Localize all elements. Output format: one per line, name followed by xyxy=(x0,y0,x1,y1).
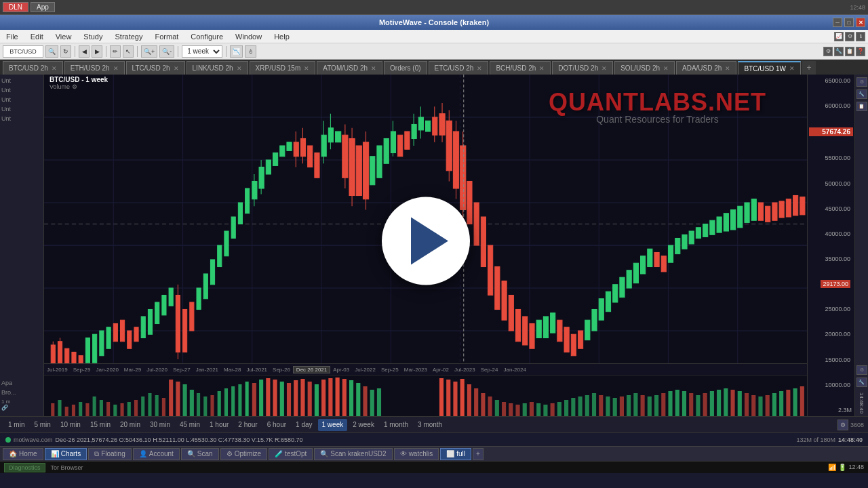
nav-scan[interactable]: 🔍 Scan xyxy=(181,448,219,460)
tf-1month[interactable]: 1 month xyxy=(380,419,412,431)
tab-close-xrpusd[interactable]: ✕ xyxy=(304,65,309,72)
tf-1week[interactable]: 1 week xyxy=(318,419,348,431)
nav-watchlis[interactable]: 👁 watchlis xyxy=(394,448,439,460)
minimize-btn[interactable]: ─ xyxy=(833,18,842,27)
tab-ltcusd-2h[interactable]: LTC/USD 2h ✕ xyxy=(126,61,185,75)
svg-rect-125 xyxy=(648,249,652,266)
toolbar-symbol[interactable]: BTC/USD xyxy=(3,45,43,58)
diagnostics-btn[interactable]: Diagnostics xyxy=(4,463,45,472)
tab-close-btcusd-2h[interactable]: ✕ xyxy=(52,65,57,72)
nav-full[interactable]: ⬜ full xyxy=(440,448,471,460)
tf-5min[interactable]: 5 min xyxy=(30,419,54,431)
menu-edit[interactable]: Edit xyxy=(27,32,47,41)
icon-settings[interactable]: ⚙ xyxy=(845,32,854,41)
timeframe-dropdown[interactable]: 1 week 1 day 4 hour 1 hour xyxy=(182,45,222,58)
nav-charts[interactable]: 📊 Charts xyxy=(45,448,87,460)
tab-btcusd-2h[interactable]: BTC/USD 2h ✕ xyxy=(3,61,63,75)
toolbar-line[interactable]: 📉 xyxy=(230,45,243,58)
nav-home[interactable]: 🏠 Home xyxy=(3,448,43,460)
tab-dotusd-2h[interactable]: DOT/USD 2h ✕ xyxy=(552,61,613,75)
tab-adausd-2h[interactable]: ADA/USD 2h ✕ xyxy=(676,61,736,75)
tf-settings-icon[interactable]: ⚙ xyxy=(837,420,848,430)
tab-close-adausd[interactable]: ✕ xyxy=(725,65,730,72)
tf-15min[interactable]: 15 min xyxy=(86,419,115,431)
tab-atomusd-2h[interactable]: ATOM/USD 2h ✕ xyxy=(317,61,382,75)
tab-add-btn[interactable]: + xyxy=(802,61,816,75)
app-btn-1[interactable]: DLN xyxy=(3,2,28,12)
right-btn-5[interactable]: 🔧 xyxy=(856,378,867,387)
svg-rect-182 xyxy=(287,383,291,416)
toolbar-draw[interactable]: ✏ xyxy=(110,45,121,58)
right-btn-2[interactable]: 🔧 xyxy=(856,89,867,99)
tab-orders[interactable]: Orders (0) xyxy=(384,61,427,75)
tf-2week[interactable]: 2 week xyxy=(349,419,378,431)
toolbar-right-2[interactable]: 🔧 xyxy=(834,47,844,56)
volume-count-label: 2.3M xyxy=(809,407,853,413)
icon-chart[interactable]: 📈 xyxy=(834,32,844,41)
tf-45min[interactable]: 45 min xyxy=(176,419,204,431)
toolbar-search[interactable]: 🔍 xyxy=(45,45,58,58)
toolbar-right-1[interactable]: ⚙ xyxy=(823,47,833,56)
toolbar-zoom-in[interactable]: 🔍+ xyxy=(141,45,157,58)
tab-solusd-2h[interactable]: SOL/USD 2h ✕ xyxy=(614,61,675,75)
tab-close-bchusd[interactable]: ✕ xyxy=(539,65,545,72)
menu-window[interactable]: Window xyxy=(232,32,265,41)
tf-10min[interactable]: 10 min xyxy=(56,419,85,431)
tf-6hour[interactable]: 6 hour xyxy=(263,419,290,431)
play-button[interactable] xyxy=(382,197,470,285)
tf-20min[interactable]: 20 min xyxy=(116,419,144,431)
tab-close-dotusd[interactable]: ✕ xyxy=(601,65,607,72)
price-60000: 60000.00 xyxy=(809,102,853,109)
tf-2hour[interactable]: 2 hour xyxy=(234,419,261,431)
menu-format[interactable]: Format xyxy=(151,32,182,41)
nav-optimize[interactable]: ⚙ Optimize xyxy=(220,448,267,460)
tab-xrpusd-15m[interactable]: XRP/USD 15m ✕ xyxy=(250,61,316,75)
tf-30min[interactable]: 30 min xyxy=(146,419,174,431)
main-chart[interactable]: BTC/USD - 1 week Volume ⚙ QUANTLABS.NET … xyxy=(44,75,807,416)
toolbar-candle[interactable]: 🕯 xyxy=(245,45,256,58)
tab-close-ltcusd[interactable]: ✕ xyxy=(174,65,179,72)
menu-study[interactable]: Study xyxy=(80,32,106,41)
tab-linkusd-2h[interactable]: LINK/USD 2h ✕ xyxy=(186,61,248,75)
menu-file[interactable]: File xyxy=(3,32,22,41)
svg-rect-214 xyxy=(564,400,568,416)
app-btn-2[interactable]: App xyxy=(31,2,55,12)
right-btn-1[interactable]: ⚙ xyxy=(856,77,867,87)
nav-account[interactable]: 👤 Account xyxy=(133,448,180,460)
restore-btn[interactable]: □ xyxy=(844,18,854,27)
toolbar-fwd[interactable]: ▶ xyxy=(92,45,102,58)
tab-bchusd-2h[interactable]: BCH/USD 2h ✕ xyxy=(490,61,551,75)
price-15000: 15000.00 xyxy=(809,357,853,363)
tf-1hour[interactable]: 1 hour xyxy=(205,419,233,431)
tab-ethusd-2h[interactable]: ETH/USD 2h ✕ xyxy=(64,61,125,75)
tab-etcusd-2h[interactable]: ETC/USD 2h ✕ xyxy=(429,61,489,75)
menu-strategy[interactable]: Strategy xyxy=(112,32,146,41)
tab-close-ethusd[interactable]: ✕ xyxy=(113,65,119,72)
right-btn-4[interactable]: ⚙ xyxy=(856,365,867,375)
right-btn-3[interactable]: 📋 xyxy=(856,102,867,111)
toolbar-right-4[interactable]: ❓ xyxy=(856,47,865,56)
tf-1day[interactable]: 1 day xyxy=(292,419,316,431)
menu-view[interactable]: View xyxy=(52,32,75,41)
tab-close-btcusd-1w[interactable]: ✕ xyxy=(789,65,795,72)
menu-configure[interactable]: Configure xyxy=(187,32,226,41)
tab-close-etcusd[interactable]: ✕ xyxy=(477,65,482,72)
toolbar-cursor[interactable]: ↖ xyxy=(123,45,134,58)
icon-info[interactable]: ℹ xyxy=(856,32,865,41)
toolbar-right-3[interactable]: 📋 xyxy=(845,47,854,56)
close-btn[interactable]: ✕ xyxy=(856,18,865,27)
toolbar-refresh[interactable]: ↻ xyxy=(60,45,71,58)
toolbar-back[interactable]: ◀ xyxy=(79,45,90,58)
tab-close-atomusd[interactable]: ✕ xyxy=(371,65,376,72)
nav-add[interactable]: + xyxy=(473,448,484,460)
tab-btcusd-1w[interactable]: BTC/USD 1W ✕ xyxy=(738,61,801,75)
tf-1min[interactable]: 1 min xyxy=(4,419,28,431)
menu-help[interactable]: Help xyxy=(271,32,293,41)
nav-scan-kraken[interactable]: 🔍 Scan krakenUSD2 xyxy=(314,448,392,460)
tab-close-solusd[interactable]: ✕ xyxy=(663,65,669,72)
toolbar-zoom-out[interactable]: 🔍- xyxy=(159,45,174,58)
tf-3month[interactable]: 3 month xyxy=(414,419,446,431)
nav-testopt[interactable]: 🧪 testOpt xyxy=(269,448,313,460)
tab-close-linkusd[interactable]: ✕ xyxy=(237,65,242,72)
nav-floating[interactable]: ⧉ Floating xyxy=(88,448,132,460)
